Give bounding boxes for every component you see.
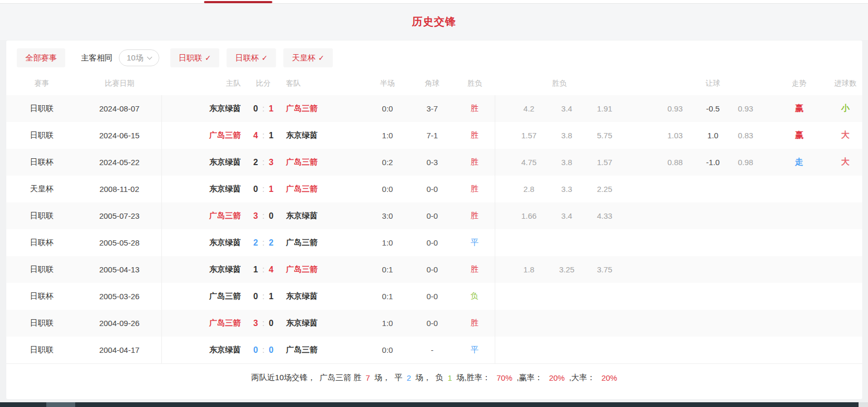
header-date: 比赛日期 (77, 72, 162, 95)
table-row: 日联杯 2005-03-26 广岛三箭 0:1 东京绿茵 0:1 0-0 负 (6, 283, 862, 310)
handicap-home-cell (656, 202, 694, 229)
league-cell: 日职联 (6, 337, 77, 363)
trend-cell: 走 (770, 149, 829, 176)
odds-win-cell: 2.8 (495, 176, 548, 202)
league-cell: 日职联 (6, 310, 77, 337)
handicap-home-cell (656, 337, 694, 363)
odds-draw-cell: 3.8 (548, 149, 586, 176)
half-time-cell: 1:0 (365, 229, 410, 256)
corner-cell: 0-3 (410, 149, 454, 176)
handicap-away-cell (732, 310, 770, 337)
league-filter-label: 天皇杯 (292, 53, 315, 63)
match-count-dropdown[interactable]: 10场 (119, 49, 159, 66)
h2h-card: 全部赛事 主客相同 10场 日职联 ✓ 日联杯 ✓ 天皇杯 ✓ 赛事 比赛日期 … (6, 40, 862, 399)
away-goals: 1 (269, 292, 273, 301)
h2h-summary: 两队近10场交锋， 广岛三箭 胜 7 场， 平 2 场， 负 1 场,胜率： 7… (6, 363, 862, 392)
home-team-cell: 东京绿茵 (162, 229, 241, 256)
date-cell: 2005-05-28 (77, 229, 162, 256)
home-away-same-label[interactable]: 主客相同 (81, 53, 113, 63)
handicap-line-cell: -0.5 (694, 95, 732, 122)
home-team-name: 东京绿茵 (209, 157, 241, 167)
handicap-line-cell (694, 310, 732, 337)
top-tab-strip (0, 0, 868, 4)
goals-text: 大 (841, 157, 850, 168)
trend-cell (770, 310, 829, 337)
date-cell: 2024-08-07 (77, 95, 162, 122)
odds-win-cell: 1.57 (495, 122, 548, 149)
result-text: 平 (471, 345, 478, 355)
corner-cell: 0-0 (410, 229, 454, 256)
spacer-cell (624, 122, 656, 149)
horizontal-scrollbar[interactable] (0, 402, 859, 407)
result-cell: 胜 (454, 95, 495, 122)
match-count-value: 10场 (127, 53, 144, 63)
summary-text: ,大率： (567, 373, 599, 383)
score-cell: 0:1 (241, 283, 286, 310)
league-filter-emperors-cup[interactable]: 天皇杯 ✓ (283, 48, 333, 67)
score-cell: 3:0 (241, 202, 286, 229)
corner-cell: 0-0 (410, 256, 454, 283)
spacer-cell (624, 202, 656, 229)
score-cell: 0:1 (241, 176, 286, 202)
scrollbar-thumb[interactable] (46, 402, 75, 407)
home-team-cell: 广岛三箭 (162, 202, 241, 229)
trend-cell: 赢 (770, 122, 829, 149)
score-cell: 0:1 (241, 95, 286, 122)
away-team-name: 广岛三箭 (286, 264, 318, 274)
corner-cell: 3-7 (410, 95, 454, 122)
trend-cell (770, 176, 829, 202)
league-filter-jleague-cup[interactable]: 日联杯 ✓ (227, 48, 276, 67)
handicap-line-cell (694, 283, 732, 310)
away-team-cell: 广岛三箭 (286, 95, 365, 122)
home-team-name: 东京绿茵 (209, 345, 241, 355)
header-league: 赛事 (6, 72, 77, 95)
date-cell: 2008-11-02 (77, 176, 162, 202)
table-row: 日职联 2005-04-13 东京绿茵 1:4 广岛三箭 0:1 0-0 胜 1… (6, 256, 862, 283)
odds-win-cell (495, 337, 548, 363)
odds-draw-cell: 3.25 (548, 256, 586, 283)
home-team-name: 东京绿茵 (209, 184, 241, 194)
table-row: 日职联 2004-09-26 广岛三箭 3:0 东京绿茵 1:0 0-0 胜 (6, 310, 862, 337)
away-team-cell: 东京绿茵 (286, 283, 365, 310)
away-team-name: 广岛三箭 (286, 345, 318, 355)
odds-lose-cell: 1.91 (586, 95, 624, 122)
away-team-name: 广岛三箭 (286, 157, 318, 167)
active-tab-indicator (204, 1, 272, 3)
check-icon: ✓ (261, 54, 268, 62)
spacer-cell (624, 337, 656, 363)
date-cell: 2005-04-13 (77, 256, 162, 283)
score-cell: 3:0 (241, 310, 286, 337)
league-cell: 日职联 (6, 122, 77, 149)
handicap-home-cell: 0.88 (656, 149, 694, 176)
home-team-name: 广岛三箭 (209, 211, 241, 221)
away-team-name: 广岛三箭 (286, 184, 318, 194)
odds-draw-cell (548, 337, 586, 363)
away-team-name: 东京绿茵 (286, 318, 318, 328)
handicap-line-cell (694, 176, 732, 202)
summary-over-rate: 20% (601, 373, 617, 382)
odds-draw-cell (548, 229, 586, 256)
away-team-name: 广岛三箭 (286, 104, 318, 114)
league-filter-jleague[interactable]: 日职联 ✓ (170, 48, 220, 67)
result-cell: 胜 (454, 122, 495, 149)
odds-lose-cell: 5.75 (586, 122, 624, 149)
odds-lose-cell (586, 337, 624, 363)
handicap-line-cell: 1.0 (694, 122, 732, 149)
half-time-cell: 3:0 (365, 202, 410, 229)
summary-text: 场， 负 (413, 373, 446, 383)
trend-text: 赢 (795, 103, 803, 114)
result-cell: 胜 (454, 310, 495, 337)
home-goals: 4 (253, 131, 258, 140)
summary-win-rate: 70% (496, 373, 512, 382)
away-team-name: 东京绿茵 (286, 291, 318, 301)
score-cell: 2:3 (241, 149, 286, 176)
all-events-button[interactable]: 全部赛事 (17, 48, 65, 67)
result-text: 胜 (471, 264, 478, 274)
result-cell: 负 (454, 283, 495, 310)
odds-lose-cell: 1.57 (586, 149, 624, 176)
score-separator: : (262, 185, 264, 194)
home-team-cell: 广岛三箭 (162, 122, 241, 149)
away-team-name: 东京绿茵 (286, 130, 318, 140)
header-handicap-group: 让球 (656, 72, 770, 95)
spacer-cell (624, 256, 656, 283)
